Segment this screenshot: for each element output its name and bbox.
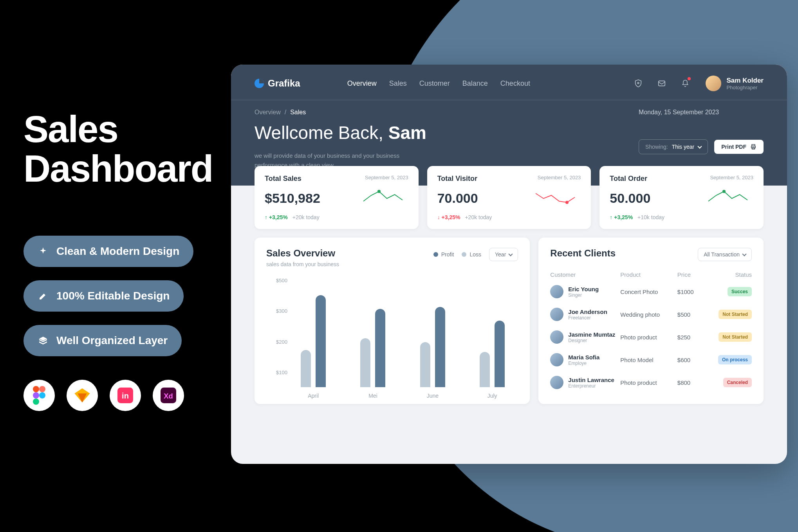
bell-icon[interactable] — [678, 76, 692, 90]
promo-title-line1: Sales — [23, 108, 118, 150]
avatar — [550, 376, 563, 389]
period-select[interactable]: Year — [489, 248, 518, 261]
client-product: Wedding photo — [620, 311, 677, 318]
breadcrumb: Overview / Sales — [255, 109, 426, 116]
clients-table-header: Customer Product Price Status — [550, 269, 752, 280]
transaction-filter[interactable]: All Transaction — [698, 248, 752, 261]
bar-profit — [316, 295, 326, 387]
pill-label: Well Organized Layer — [56, 334, 168, 347]
table-row[interactable]: Jasmine MumtazDesigner Photo product $25… — [550, 326, 752, 348]
notification-badge — [688, 77, 691, 80]
client-name: Maria Sofia — [568, 354, 599, 361]
table-row[interactable]: Joe AndersonFreelancer Wedding photo $50… — [550, 303, 752, 326]
stat-title: Total Sales — [265, 175, 302, 183]
promo-title-line2: Dashboard — [23, 148, 213, 189]
logo-icon — [255, 79, 264, 88]
crumb-sales: Sales — [290, 109, 306, 116]
xd-icon: Xd — [153, 380, 184, 411]
mail-icon[interactable] — [655, 76, 669, 90]
client-price: $250 — [677, 334, 708, 341]
user-role: Photoghraper — [727, 85, 764, 90]
stat-date: September 5, 2023 — [538, 175, 581, 180]
stat-today: +20k today — [292, 214, 320, 220]
promo-title: Sales Dashboard — [23, 110, 213, 189]
stat-value: 70.000 — [437, 191, 478, 206]
sparkle-icon — [38, 246, 49, 257]
bar-chart: $500$300$200$100 April Mei June July — [266, 278, 518, 387]
svg-point-1 — [39, 386, 45, 392]
client-price: $600 — [677, 357, 708, 363]
stat-title: Total Order — [610, 175, 647, 183]
nav-sales[interactable]: Sales — [389, 79, 407, 88]
avatar — [550, 308, 563, 321]
chevron-down-icon — [698, 144, 702, 148]
client-role: Designer — [568, 338, 615, 343]
svg-point-16 — [722, 190, 726, 193]
chevron-down-icon — [509, 252, 513, 256]
showing-value: This year — [672, 144, 695, 150]
status-badge: On process — [718, 355, 752, 364]
stat-card: Total OrderSeptember 5, 2023 50.000 ↑ +3… — [599, 166, 764, 229]
nav-customer[interactable]: Customer — [419, 79, 450, 88]
svg-point-4 — [33, 399, 39, 405]
status-badge: Succes — [728, 287, 752, 296]
client-name: Joe Anderson — [568, 308, 607, 315]
overview-subtitle: sales data from your business — [266, 261, 339, 267]
invision-icon: in — [110, 380, 141, 411]
status-badge: Not Started — [719, 310, 752, 319]
nav-balance[interactable]: Balance — [462, 79, 488, 88]
stat-date: September 5, 2023 — [710, 175, 753, 180]
col-customer: Customer — [550, 271, 620, 278]
crumb-overview[interactable]: Overview — [255, 109, 281, 116]
y-tick: $200 — [266, 339, 287, 345]
status-badge: Canceled — [723, 378, 752, 387]
table-row[interactable]: Maria SofiaEmploye Photo Model $600 On p… — [550, 348, 752, 371]
col-price: Price — [677, 271, 708, 278]
sparkline — [361, 188, 408, 209]
user-menu[interactable]: Sam Kolder Photoghraper — [706, 76, 764, 91]
stats-row: Total SalesSeptember 5, 2023 $510,982 ↑ … — [231, 166, 787, 229]
stat-today: +10k today — [637, 214, 664, 220]
svg-point-14 — [377, 190, 381, 193]
legend-profit: Profit — [433, 251, 454, 258]
pill-label: 100% Editable Design — [56, 290, 170, 302]
showing-select[interactable]: Showing: This year — [639, 139, 708, 154]
stat-delta: ↑ +3,25% — [265, 214, 288, 220]
client-role: Singer — [568, 292, 599, 298]
clients-title: Recent Clients — [550, 248, 616, 259]
nav-checkout[interactable]: Checkout — [500, 79, 530, 88]
stat-date: September 5, 2023 — [365, 175, 408, 180]
overview-title: Sales Overview — [266, 248, 339, 259]
svg-point-0 — [33, 386, 39, 392]
shield-icon[interactable] — [631, 76, 645, 90]
bar-loss — [420, 342, 430, 387]
client-product: Concert Photo — [620, 289, 677, 295]
col-product: Product — [620, 271, 677, 278]
chevron-down-icon — [742, 252, 746, 256]
bar-profit — [375, 309, 385, 387]
client-role: Employe — [568, 361, 599, 366]
showing-label: Showing: — [645, 144, 668, 150]
nav-overview[interactable]: Overview — [347, 79, 377, 88]
client-name: Eric Young — [568, 286, 599, 292]
table-row[interactable]: Eric YoungSinger Concert Photo $1000 Suc… — [550, 280, 752, 303]
bar-group: April — [295, 289, 331, 387]
avatar — [550, 285, 563, 298]
logo[interactable]: Grafika — [255, 78, 300, 89]
bar-group: Mei — [355, 289, 391, 387]
current-date: Monday, 15 September 2023 — [639, 109, 764, 116]
stat-title: Total Visitor — [437, 175, 477, 183]
welcome-heading: Wellcome Back, Sam — [255, 122, 426, 143]
print-label: Print PDF — [721, 144, 746, 150]
bar-label: Mei — [368, 393, 377, 399]
bar-profit — [435, 307, 445, 387]
pill-label: Clean & Modern Design — [56, 245, 179, 258]
status-badge: Not Started — [719, 332, 752, 342]
figma-icon — [23, 380, 55, 411]
bar-label: July — [487, 393, 497, 399]
table-row[interactable]: Justin LawranceEnterpreneur Photo produc… — [550, 371, 752, 394]
main-nav: OverviewSalesCustomerBalanceCheckout — [347, 79, 530, 88]
client-price: $800 — [677, 379, 708, 386]
print-pdf-button[interactable]: Print PDF — [714, 140, 764, 154]
client-price: $500 — [677, 311, 708, 318]
